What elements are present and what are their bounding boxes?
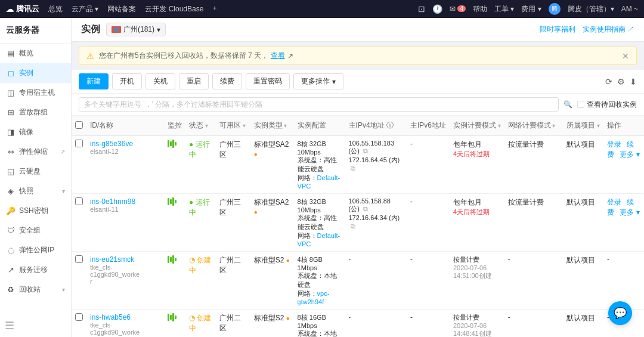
promo-link[interactable]: 限时享福利 <box>540 24 575 35</box>
sidebar-item-migrate[interactable]: ↗ 服务迁移 <box>0 260 71 280</box>
download-icon[interactable]: ⬇ <box>630 77 637 86</box>
col-billing[interactable]: 实例计费模式 <box>450 116 504 136</box>
search-input[interactable] <box>79 97 559 112</box>
workorder-link[interactable]: 工单 ▾ <box>494 4 514 14</box>
col-status[interactable]: 状态 <box>185 116 216 136</box>
sidebar-item-overview[interactable]: ▤ 概览 <box>0 44 71 63</box>
reset-password-button[interactable]: 重置密码 <box>246 73 290 89</box>
alert-link-icon: ↗ <box>287 52 293 60</box>
row-project: 默认项目 <box>563 136 603 194</box>
recycle-checkbox-label[interactable]: 查看待回收实例 <box>577 100 637 110</box>
row-monitor[interactable] <box>164 252 185 310</box>
region-flag: 🌐 <box>112 26 121 33</box>
row-monitor[interactable] <box>164 136 185 194</box>
help-link[interactable]: 帮助 <box>473 4 487 14</box>
new-instance-button[interactable]: 新建 <box>79 73 109 89</box>
select-all-checkbox[interactable] <box>75 121 83 129</box>
restart-button[interactable]: 重启 <box>179 73 209 89</box>
sidebar-item-recycle[interactable]: ♻ 回收站 ▾ <box>0 280 71 299</box>
chat-button[interactable]: 💬 <box>608 301 632 325</box>
autoscaling-arrow: ↗ <box>60 149 65 155</box>
row-zone: 广州二区 <box>216 252 250 310</box>
instance-name-text: elsanti-11 <box>90 206 160 213</box>
copy-public-ip[interactable]: ⧉ <box>363 205 368 212</box>
more-ops-button[interactable]: 更多 ▾ <box>620 150 639 159</box>
row-monitor[interactable] <box>164 194 185 252</box>
settings-icon[interactable]: ⚙ <box>617 77 625 86</box>
region-name: 广州(181) <box>123 24 154 35</box>
snapshot-icon: ◈ <box>6 187 16 196</box>
guide-link[interactable]: 实例使用指南 ↗ <box>583 24 634 35</box>
nav-website-record[interactable]: 网站备案 <box>107 4 136 14</box>
ssh-icon: 🔑 <box>6 206 16 215</box>
top-nav-right: ⊡ 🕐 ✉ 4 帮助 工单 ▾ 费用 ▾ 腾 腾皮（管辖）▾ AM ~ <box>418 3 638 15</box>
sidebar-item-dedicated[interactable]: ◫ 专用宿主机 <box>0 83 71 103</box>
instances-icon: ◻ <box>6 69 16 78</box>
copy-public-ip[interactable]: ⧉ <box>363 147 368 154</box>
nav-cloudbase[interactable]: 云开发 CloudBase <box>145 4 203 14</box>
col-project[interactable]: 所属项目 <box>563 116 603 136</box>
sidebar-item-placement[interactable]: ⊞ 置放群组 <box>0 103 71 122</box>
alert-link[interactable]: 查看 <box>271 51 285 61</box>
copy-private-ip[interactable]: ⧉ <box>351 165 355 172</box>
clock-icon[interactable]: 🕐 <box>432 4 442 14</box>
row-config: 8核 32GB 10Mbps系统盘：高性能云硬盘 网络：Default-VPC <box>294 136 345 194</box>
nav-add[interactable]: + <box>212 4 216 14</box>
col-type[interactable]: 实例类型 <box>250 116 294 136</box>
instance-id-link[interactable]: ins-hwab5e6 <box>90 313 160 321</box>
row-monitor[interactable] <box>164 310 185 338</box>
sidebar-item-eip[interactable]: ◌ 弹性公网IP <box>0 240 71 260</box>
sidebar-item-disk[interactable]: ◱ 云硬盘 <box>0 162 71 181</box>
instance-id-link[interactable]: ins-0e1hnm98 <box>90 197 160 206</box>
row-ops: - <box>603 252 644 310</box>
col-zone[interactable]: 可用区 <box>216 116 250 136</box>
sidebar-label-snapshot: 快照 <box>19 186 33 196</box>
message-icon[interactable]: ✉ 4 <box>450 5 466 13</box>
nav-overview[interactable]: 总览 <box>48 4 63 14</box>
login-button[interactable]: 登录 <box>607 140 621 149</box>
renew-button[interactable]: 续费 <box>212 73 242 89</box>
vpc-link[interactable]: vpc-gtw2h94f <box>298 290 330 305</box>
row-ipv4: - <box>345 310 407 338</box>
row-status: ◔ 创建中 <box>185 252 216 310</box>
stop-button[interactable]: 关机 <box>145 73 175 89</box>
alert-close-button[interactable]: ✕ <box>622 51 629 61</box>
row-type: 标准型SA2 ● <box>250 136 294 194</box>
copy-private-ip[interactable]: ⧉ <box>351 222 355 230</box>
more-actions-button[interactable]: 更多操作 ▾ <box>293 73 343 89</box>
region-selector[interactable]: 🌐 广州(181) ▾ <box>106 23 166 36</box>
placement-icon: ⊞ <box>6 108 16 117</box>
row-ipv4: 106.55.158.183 (公) ⧉ 172.16.64.45 (内) ⧉ <box>345 136 407 194</box>
vpc-link[interactable]: Default-VPC <box>298 232 340 248</box>
sidebar-item-snapshot[interactable]: ◈ 快照 ▾ <box>0 181 71 201</box>
search-icon[interactable]: 🔍 <box>564 100 572 109</box>
sidebar-item-security[interactable]: 🛡 安全组 <box>0 221 71 240</box>
row-checkbox[interactable] <box>72 194 86 252</box>
sidebar-item-ssh[interactable]: 🔑 SSH密钥 <box>0 201 71 221</box>
sidebar-item-instances[interactable]: ◻ 实例 <box>0 63 71 83</box>
row-checkbox[interactable] <box>72 310 86 338</box>
row-checkbox[interactable] <box>72 136 86 194</box>
more-actions-label: 更多操作 <box>301 76 330 86</box>
more-ops-button[interactable]: 更多 ▾ <box>620 208 639 217</box>
row-checkbox[interactable] <box>72 252 86 310</box>
sidebar-collapse[interactable]: ☰ <box>0 314 71 337</box>
monitor-icon[interactable]: ⊡ <box>418 4 425 14</box>
instance-id-link[interactable]: ins-g85e36ve <box>90 140 160 148</box>
vpc-link[interactable]: Default-VPC <box>298 174 340 190</box>
nav-cloud-products[interactable]: 云产品 ▾ <box>72 4 98 14</box>
login-button[interactable]: 登录 <box>607 198 621 206</box>
sidebar-item-autoscaling[interactable]: ⇔ 弹性伸缩 ↗ <box>0 142 71 162</box>
row-status: ● 运行中 <box>185 194 216 252</box>
instance-id-link[interactable]: ins-eu21smck <box>90 255 160 264</box>
refresh-icon[interactable]: ⟳ <box>605 77 612 86</box>
col-net-billing[interactable]: 网络计费模式 <box>504 116 564 136</box>
billing-link[interactable]: 费用 ▾ <box>521 4 541 14</box>
snapshot-arrow: ▾ <box>62 188 65 194</box>
col-ops: 操作 <box>603 116 644 136</box>
user-name[interactable]: 腾皮（管辖）▾ <box>568 4 614 14</box>
col-select-all[interactable] <box>72 116 86 136</box>
sidebar-item-image[interactable]: ◨ 镜像 <box>0 122 71 142</box>
start-button[interactable]: 开机 <box>112 73 142 89</box>
recycle-checkbox[interactable] <box>577 101 584 108</box>
